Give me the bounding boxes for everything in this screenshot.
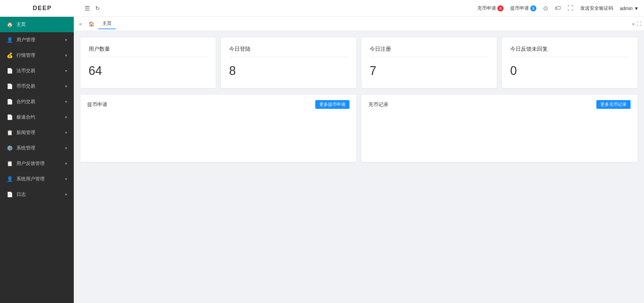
section-title-1: 充币记录 (368, 101, 388, 108)
sidebar-label-4: 币币交易 (16, 83, 35, 89)
withdraw-apply-badge: 5 (530, 5, 536, 11)
stat-card-value-1: 8 (229, 64, 348, 78)
tab-forward-button[interactable]: » (632, 21, 635, 27)
stat-card-divider-0 (89, 57, 208, 57)
stat-card-title-1: 今日登陆 (229, 46, 348, 53)
dropdown-arrow-icon: ▼ (634, 6, 639, 11)
sidebar: 🏠 主页 👤 用户管理 ▾ 💰 行情管理 ▾ 📄 法币交易 ▾ (0, 17, 74, 303)
sidebar-label-0: 主页 (16, 21, 26, 28)
section-title-0: 提币申请 (87, 101, 107, 108)
stat-card-divider-3 (510, 57, 629, 57)
chevron-icon-11: ▾ (65, 192, 67, 197)
chevron-icon-7: ▾ (65, 130, 67, 135)
sidebar-icon-5: 📄 (7, 99, 13, 105)
tab-back-button[interactable]: « (76, 20, 85, 28)
sidebar-label-6: 极速合约 (16, 114, 35, 120)
sidebar-item-left-2: 💰 行情管理 (7, 52, 35, 58)
tab-home[interactable]: 主页 (98, 18, 116, 29)
stat-card-title-2: 今日注册 (370, 46, 489, 53)
sidebar-label-8: 系统管理 (16, 145, 35, 151)
sidebar-icon-8: ⚙️ (7, 145, 13, 151)
sidebar-icon-2: 💰 (7, 52, 13, 58)
charge-apply-button[interactable]: 充币申请 0 (477, 5, 503, 11)
chevron-icon-8: ▾ (65, 146, 67, 150)
sidebar-label-2: 行情管理 (16, 52, 35, 58)
send-code-button[interactable]: 发送安全验证码 (580, 5, 613, 11)
withdraw-apply-label: 提币申请 (510, 5, 529, 11)
sidebar-icon-11: 📄 (7, 191, 13, 198)
stat-card-title-3: 今日反馈未回复 (510, 46, 629, 53)
chevron-icon-6: ▾ (65, 115, 67, 120)
stat-card-title-0: 用户数量 (89, 46, 208, 53)
sidebar-item-left-9: 📋 用户反馈管理 (7, 161, 45, 167)
tab-fullscreen-button[interactable]: ⛶ (637, 21, 641, 27)
sidebar-item-left-1: 👤 用户管理 (7, 37, 35, 43)
sidebar-item-11[interactable]: 📄 日志 ▾ (0, 187, 74, 202)
tag-icon[interactable]: 🏷 (555, 5, 561, 12)
sidebar-item-5[interactable]: 📄 合约交易 ▾ (0, 94, 74, 110)
sidebar-icon-4: 📄 (7, 83, 13, 89)
sidebar-label-3: 法币交易 (16, 68, 35, 74)
sidebar-label-10: 系统用户管理 (16, 176, 45, 182)
sidebar-label-5: 合约交易 (16, 99, 35, 105)
sidebar-item-7[interactable]: 📋 新闻管理 ▾ (0, 125, 74, 140)
sidebar-item-3[interactable]: 📄 法币交易 ▾ (0, 63, 74, 79)
section-card-0: 提币申请 更多提币申请 (80, 95, 356, 162)
tab-bar: « 🏠 主页 » ⛶ (74, 17, 644, 31)
chevron-icon-9: ▾ (65, 161, 67, 166)
more-button-1[interactable]: 更多充币记录 (596, 100, 631, 109)
stat-card-0: 用户数量 64 (80, 38, 216, 88)
tab-home-label: 主页 (102, 20, 112, 27)
admin-dropdown[interactable]: admin ▼ (620, 6, 639, 11)
stats-row: 用户数量 64 今日登陆 8 今日注册 7 今日反馈未回复 0 (80, 38, 637, 88)
sidebar-icon-10: 👤 (7, 176, 13, 182)
chevron-icon-1: ▾ (65, 38, 67, 42)
sidebar-item-10[interactable]: 👤 系统用户管理 ▾ (0, 171, 74, 187)
sidebar-item-6[interactable]: 📄 极速合约 ▾ (0, 110, 74, 125)
sidebar-item-9[interactable]: 📋 用户反馈管理 ▾ (0, 156, 74, 171)
chevron-icon-4: ▾ (65, 84, 67, 89)
more-button-0[interactable]: 更多提币申请 (315, 100, 350, 109)
sidebar-item-left-6: 📄 极速合约 (7, 114, 35, 120)
sidebar-icon-7: 📋 (7, 130, 13, 136)
section-header-0: 提币申请 更多提币申请 (87, 100, 350, 109)
sidebar-label-11: 日志 (16, 191, 26, 198)
sidebar-label-7: 新闻管理 (16, 130, 35, 136)
admin-label: admin (620, 6, 633, 11)
sidebar-label-9: 用户反馈管理 (16, 161, 45, 167)
sidebar-item-8[interactable]: ⚙️ 系统管理 ▾ (0, 140, 74, 156)
sidebar-icon-6: 📄 (7, 114, 13, 120)
sidebar-item-left-0: 🏠 主页 (7, 21, 26, 28)
sidebar-icon-0: 🏠 (7, 21, 13, 28)
user-circle-icon[interactable]: ⊙ (543, 5, 548, 12)
sidebar-item-4[interactable]: 📄 币币交易 ▾ (0, 79, 74, 94)
stat-card-divider-1 (229, 57, 348, 57)
stat-card-value-3: 0 (510, 64, 629, 78)
chevron-icon-10: ▾ (65, 177, 67, 181)
sidebar-item-1[interactable]: 👤 用户管理 ▾ (0, 32, 74, 48)
section-card-1: 充币记录 更多充币记录 (362, 95, 637, 162)
sidebar-item-left-4: 📄 币币交易 (7, 83, 35, 89)
logo: DEEP (5, 5, 79, 12)
withdraw-apply-button[interactable]: 提币申请 5 (510, 5, 536, 11)
sidebar-item-left-11: 📄 日志 (7, 191, 26, 198)
sidebar-icon-9: 📋 (7, 161, 13, 167)
sidebar-item-left-3: 📄 法币交易 (7, 68, 35, 74)
section-header-1: 充币记录 更多充币记录 (368, 100, 631, 109)
sidebar-label-1: 用户管理 (16, 37, 35, 43)
sidebar-item-0[interactable]: 🏠 主页 (0, 17, 74, 32)
sections-row: 提币申请 更多提币申请 充币记录 更多充币记录 (80, 95, 637, 162)
fullscreen-icon[interactable]: ⛶ (568, 5, 574, 12)
tab-home-icon[interactable]: 🏠 (86, 20, 97, 28)
refresh-icon[interactable]: ↻ (95, 5, 100, 11)
stat-card-value-0: 64 (89, 64, 208, 78)
stat-card-2: 今日注册 7 (362, 38, 497, 88)
stat-card-1: 今日登陆 8 (221, 38, 356, 88)
sidebar-item-left-8: ⚙️ 系统管理 (7, 145, 35, 151)
stat-card-3: 今日反馈未回复 0 (502, 38, 637, 88)
chevron-icon-5: ▾ (65, 99, 67, 104)
hamburger-icon[interactable]: ☰ (85, 5, 90, 12)
chevron-icon-3: ▾ (65, 69, 67, 73)
sidebar-item-2[interactable]: 💰 行情管理 ▾ (0, 48, 74, 63)
page-content: 用户数量 64 今日登陆 8 今日注册 7 今日反馈未回复 0 提币申请 更多提… (74, 31, 644, 303)
